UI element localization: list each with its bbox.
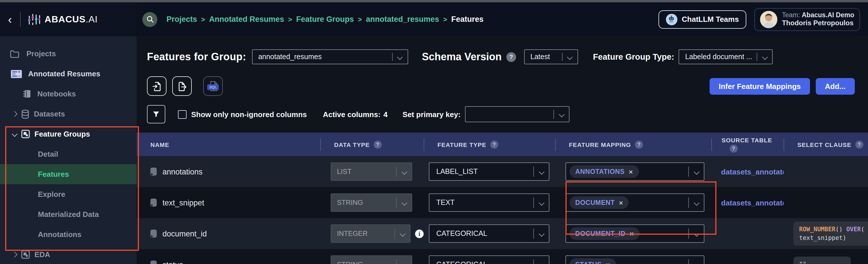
chatllm-teams-label: ChatLLM Teams <box>682 15 739 24</box>
sidebar-item-projects[interactable]: Projects <box>0 44 136 64</box>
sidebar-item-feature-groups[interactable]: Feature Groups <box>0 124 136 144</box>
select-clause-code[interactable]: ROW_NUMBER() OVER( text_snippet) <box>794 222 868 246</box>
help-icon[interactable]: ? <box>856 140 863 148</box>
help-icon[interactable]: ? <box>635 140 643 148</box>
chevron-down-icon <box>395 232 410 236</box>
table-row-annotations: annotations LIST LABEL_LIST ANNOTATION <box>136 156 868 187</box>
feature-mapping-select[interactable]: ANNOTATIONS× <box>565 162 704 181</box>
chevron-down-icon <box>689 201 704 205</box>
feature-group-type-select[interactable]: Labeled document ... <box>679 50 773 64</box>
import-feature-button[interactable] <box>147 76 166 96</box>
sidebar-item-annotated-resumes[interactable]: Annotated Resumes <box>0 64 136 84</box>
column-header-source-table: SOURCE TABLE? <box>711 136 784 153</box>
breadcrumb-separator: > <box>201 15 205 23</box>
feature-name: text_snippet <box>162 198 205 207</box>
breadcrumb-separator: > <box>443 15 447 23</box>
filter-button[interactable] <box>147 105 165 123</box>
feature-name: document_id <box>162 229 207 238</box>
show-non-ignored-checkbox[interactable] <box>178 110 187 119</box>
window-top-strip <box>0 0 868 2</box>
sidebar-item-label: Notebooks <box>37 90 76 98</box>
feature-type-select[interactable]: CATEGORICAL <box>429 224 549 243</box>
remove-mapping-icon[interactable]: × <box>629 230 634 237</box>
screenshot-stage: ‹ <box>0 0 868 264</box>
sidebar-item-explore[interactable]: Explore <box>0 184 136 204</box>
sidebar-item-eda[interactable]: EDA <box>0 244 136 264</box>
schema-version-help-icon[interactable]: ? <box>506 52 516 62</box>
search-button[interactable] <box>143 12 157 27</box>
chevron-down-icon <box>689 232 704 236</box>
breadcrumb-annotated-resumes-fg[interactable]: annotated_resumes <box>366 15 439 24</box>
feature-column-icon <box>150 168 157 176</box>
sidebar-item-label: Features <box>38 170 69 178</box>
remove-mapping-icon[interactable]: × <box>629 168 633 175</box>
user-account-card[interactable]: Team: Abacus.AI Demo Thodoris Petropoulo… <box>754 8 860 31</box>
features-table: NAME DATA TYPE? FEATURE TYPE? FEATURE MA… <box>136 133 868 264</box>
feature-mapping-select[interactable]: DOCUMENT_ID× <box>565 224 704 243</box>
page-title: Features for Group: <box>147 51 246 63</box>
sidebar-item-features[interactable]: Features <box>0 164 136 184</box>
chevron-down-icon <box>397 170 412 174</box>
source-table-link[interactable]: datasets_annotated <box>721 167 784 176</box>
feature-type-select[interactable]: CATEGORICAL <box>429 255 549 264</box>
source-table-link[interactable]: datasets_annotated <box>721 198 784 207</box>
topbar-brand-area: ‹ <box>0 2 136 36</box>
breadcrumb-features-current: Features <box>451 15 484 24</box>
sidebar-item-materialized-data[interactable]: Materialized Data <box>0 204 136 224</box>
info-icon[interactable]: i <box>415 229 424 238</box>
column-header-name: NAME <box>136 141 320 148</box>
sidebar-item-detail[interactable]: Detail <box>0 144 136 164</box>
schema-version-select[interactable]: Latest <box>524 50 578 64</box>
column-header-data-type: DATA TYPE? <box>320 140 424 148</box>
breadcrumb-annotated-resumes[interactable]: Annotated Resumes <box>209 15 284 24</box>
breadcrumb-separator: > <box>288 15 292 23</box>
topbar: ‹ <box>0 2 868 36</box>
table-row-status: status STRING CATEGORICAL STATUS× <box>136 249 868 264</box>
back-chevron-icon[interactable]: ‹ <box>8 13 12 25</box>
feature-type-select[interactable]: TEXT <box>429 193 549 212</box>
help-icon[interactable]: ? <box>490 140 498 148</box>
infer-feature-mappings-button[interactable]: Infer Feature Mappings <box>710 78 810 94</box>
abacus-logo[interactable]: ABACUS.AI <box>27 12 98 26</box>
sidebar-item-label: EDA <box>34 250 50 259</box>
select-clause-code[interactable]: "" <box>794 257 851 264</box>
topbar-right: ChatLLM Teams Team: Abacus.AI Demo Thodo… <box>658 8 868 31</box>
export-feature-button[interactable] <box>172 76 192 96</box>
breadcrumb-projects[interactable]: Projects <box>166 15 197 24</box>
show-non-ignored-label[interactable]: Show only non-ignored columns <box>191 110 307 119</box>
database-icon <box>21 109 29 119</box>
actions-toolbar: SQL Infer Feature Mappings Add... <box>136 68 868 96</box>
column-header-feature-type: FEATURE TYPE? <box>424 140 555 148</box>
active-columns-text: Active columns:4 <box>323 110 388 119</box>
sidebar-item-datasets[interactable]: Datasets <box>0 104 136 124</box>
help-icon[interactable]: ? <box>730 144 738 153</box>
mapping-tag: STATUS× <box>569 258 616 264</box>
filter-icon <box>152 110 160 118</box>
abacus-app: ‹ <box>0 0 868 264</box>
breadcrumb-feature-groups[interactable]: Feature Groups <box>296 15 354 24</box>
sidebar-item-label: Datasets <box>34 110 65 118</box>
chevron-right-icon <box>12 111 18 117</box>
feature-group-select[interactable]: annotated_resumes <box>252 50 408 64</box>
chatllm-teams-button[interactable]: ChatLLM Teams <box>658 10 746 28</box>
mapping-tag: DOCUMENT_ID× <box>569 227 640 240</box>
feature-type-select[interactable]: LABEL_LIST <box>429 162 549 181</box>
feature-mapping-select[interactable]: DOCUMENT× <box>565 193 704 212</box>
add-button[interactable]: Add... <box>816 78 855 94</box>
robot-icon <box>665 13 677 25</box>
remove-mapping-icon[interactable]: × <box>606 261 610 264</box>
primary-key-select[interactable] <box>465 106 570 122</box>
project-thumbnail-icon <box>11 70 22 78</box>
sidebar-item-notebooks[interactable]: Notebooks <box>0 84 136 104</box>
remove-mapping-icon[interactable]: × <box>619 199 623 206</box>
table-row-document-id: document_id INTEGER i CATEGORICAL <box>136 218 868 249</box>
help-icon[interactable]: ? <box>374 140 382 148</box>
sidebar-item-annotations[interactable]: Annotations <box>0 224 136 244</box>
user-name: Thodoris Petropoulos <box>782 19 854 28</box>
chevron-down-icon <box>12 131 18 137</box>
chevron-right-icon <box>12 252 18 257</box>
schema-version-title: Schema Version <box>422 51 502 63</box>
feature-name: status <box>162 260 183 264</box>
feature-mapping-select[interactable]: STATUS× <box>565 255 704 264</box>
sidebar: Projects Annotated Resumes Notebooks D <box>0 36 136 264</box>
